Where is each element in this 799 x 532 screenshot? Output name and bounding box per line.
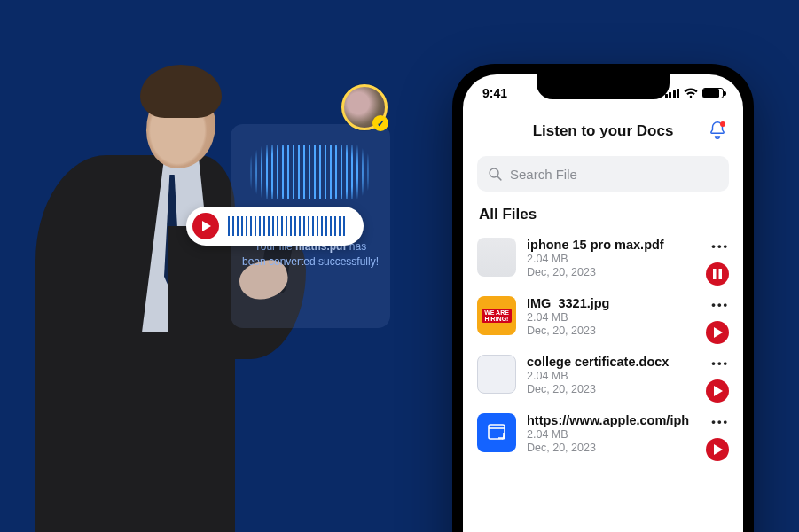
list-item[interactable]: https://www.apple.com/iph 2.04 MB Dec, 2… bbox=[463, 404, 743, 463]
svg-marker-6 bbox=[714, 386, 723, 396]
file-date: Dec, 20, 2023 bbox=[527, 325, 729, 337]
battery-icon bbox=[702, 88, 724, 98]
phone-notch bbox=[537, 74, 670, 99]
more-options-button[interactable]: ••• bbox=[711, 239, 729, 253]
svg-rect-3 bbox=[713, 269, 717, 279]
svg-marker-0 bbox=[202, 221, 211, 231]
svg-rect-4 bbox=[719, 269, 723, 279]
file-date: Dec, 20, 2023 bbox=[527, 266, 729, 278]
app-header: Listen to your Docs bbox=[463, 112, 743, 151]
page-title: Listen to your Docs bbox=[533, 122, 674, 140]
verified-tick-icon: ✓ bbox=[372, 115, 388, 131]
notifications-button[interactable] bbox=[708, 121, 727, 140]
search-input[interactable] bbox=[477, 156, 729, 192]
svg-marker-5 bbox=[714, 327, 723, 338]
file-thumbnail bbox=[477, 238, 516, 277]
play-button[interactable] bbox=[706, 438, 729, 461]
file-name: iphone 15 pro max.pdf bbox=[527, 238, 729, 252]
search-field[interactable] bbox=[510, 167, 718, 182]
file-date: Dec, 20, 2023 bbox=[527, 383, 729, 395]
section-title: All Files bbox=[479, 206, 727, 223]
file-name: college certificate.docx bbox=[527, 355, 729, 369]
search-icon bbox=[488, 167, 503, 182]
more-options-button[interactable]: ••• bbox=[711, 356, 729, 370]
file-size: 2.04 MB bbox=[527, 370, 729, 382]
status-time: 9:41 bbox=[482, 86, 507, 100]
file-list: iphone 15 pro max.pdf 2.04 MB Dec, 20, 2… bbox=[463, 229, 743, 463]
file-thumbnail bbox=[477, 355, 516, 394]
list-item[interactable]: WE AREHIRING! IMG_3321.jpg 2.04 MB Dec, … bbox=[463, 287, 743, 346]
file-name: https://www.apple.com/iph bbox=[527, 413, 729, 427]
pause-button[interactable] bbox=[706, 262, 729, 286]
notification-dot-icon bbox=[720, 121, 725, 127]
phone-mockup: 9:41 Listen to your Docs All Files bbox=[452, 64, 754, 532]
more-options-button[interactable]: ••• bbox=[711, 298, 729, 311]
waveform-icon bbox=[248, 145, 372, 199]
svg-rect-7 bbox=[489, 425, 505, 439]
svg-marker-10 bbox=[714, 444, 723, 455]
file-date: Dec, 20, 2023 bbox=[527, 442, 729, 454]
waveform-icon bbox=[226, 216, 346, 236]
play-button[interactable] bbox=[706, 379, 729, 403]
promo-illustration: Your file maths.pdf has been converted s… bbox=[0, 35, 435, 532]
file-thumbnail bbox=[477, 413, 516, 452]
play-icon[interactable] bbox=[192, 213, 219, 239]
wifi-icon bbox=[684, 88, 698, 98]
more-options-button[interactable]: ••• bbox=[711, 415, 729, 428]
audio-player-pill[interactable] bbox=[186, 207, 364, 246]
file-thumbnail: WE AREHIRING! bbox=[477, 296, 516, 335]
file-size: 2.04 MB bbox=[527, 428, 729, 441]
list-item[interactable]: college certificate.docx 2.04 MB Dec, 20… bbox=[463, 346, 743, 404]
avatar: ✓ bbox=[341, 84, 388, 130]
file-size: 2.04 MB bbox=[527, 311, 729, 324]
svg-line-2 bbox=[497, 176, 501, 179]
list-item[interactable]: iphone 15 pro max.pdf 2.04 MB Dec, 20, 2… bbox=[463, 229, 743, 287]
file-size: 2.04 MB bbox=[527, 253, 729, 265]
play-button[interactable] bbox=[706, 321, 729, 344]
file-name: IMG_3321.jpg bbox=[527, 296, 729, 310]
